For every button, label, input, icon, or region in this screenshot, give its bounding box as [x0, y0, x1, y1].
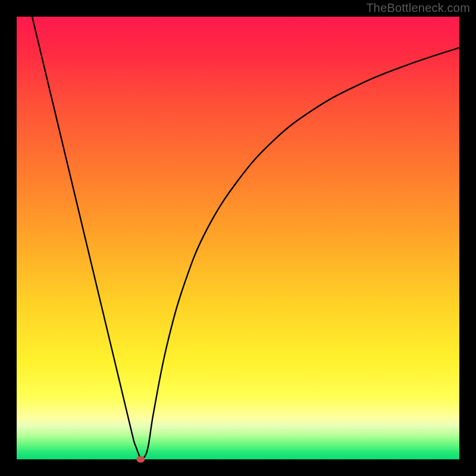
attribution-label: TheBottleneck.com — [366, 1, 470, 15]
plot-background — [17, 17, 459, 459]
bottleneck-chart — [0, 0, 476, 476]
chart-container: TheBottleneck.com — [0, 0, 476, 476]
min-marker — [136, 456, 145, 463]
